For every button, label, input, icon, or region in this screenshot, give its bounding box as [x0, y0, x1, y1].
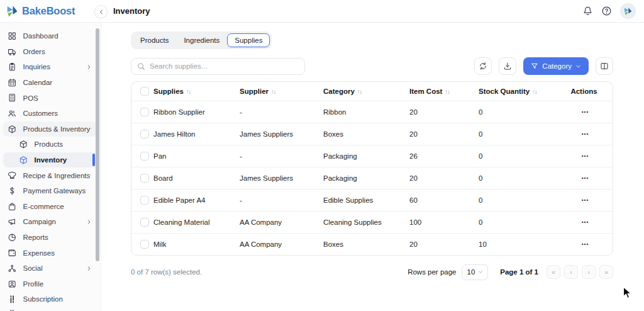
column-header[interactable]: Stock Quantity ↑↓ — [479, 88, 558, 95]
row-actions-button[interactable]: ••• — [582, 110, 589, 115]
table-row[interactable]: Edible Paper A4 - Edible Supplies 60 0 •… — [131, 189, 613, 211]
category-filter-button[interactable]: Category — [523, 57, 589, 75]
sidebar-item-label: Campaign — [23, 218, 56, 225]
pagination-button[interactable]: › — [582, 265, 596, 279]
sidebar-item[interactable]: Expenses — [3, 245, 97, 261]
chevron-icon — [86, 95, 92, 101]
table-row[interactable]: Ribbon Supplier - Ribbon 20 0 ••• — [131, 101, 613, 123]
chevron-icon — [90, 126, 92, 132]
row-actions-button[interactable]: ••• — [582, 154, 589, 159]
sidebar-item-icon — [8, 171, 17, 180]
row-actions-button[interactable]: ••• — [582, 242, 589, 247]
sidebar-item-icon — [8, 186, 17, 196]
search-input[interactable] — [150, 62, 299, 70]
row-checkbox[interactable] — [140, 152, 149, 161]
tab[interactable]: Ingredients — [176, 33, 227, 47]
select-all-checkbox[interactable] — [140, 87, 149, 96]
sidebar-item[interactable]: Products & Inventory — [3, 122, 97, 137]
sidebar-item[interactable]: Campaign — [3, 214, 97, 230]
row-actions-button[interactable]: ••• — [582, 220, 589, 225]
pagination-button[interactable]: ‹ — [564, 265, 578, 279]
pagination-button[interactable]: « — [547, 265, 560, 279]
table-row[interactable]: Cleaning Material AA Company Cleaning Su… — [131, 211, 613, 233]
column-header[interactable]: Actions — [558, 88, 613, 95]
sidebar-item[interactable]: Calendar — [3, 75, 97, 91]
table-row[interactable]: Pan - Packaging 26 0 ••• — [131, 145, 613, 167]
table-header-row: Supplies ↑↓ Supplier ↑↓ Category ↑↓ Item… — [131, 82, 613, 101]
cell-supplier: - — [240, 108, 323, 116]
column-header[interactable]: Supplier ↑↓ — [240, 88, 323, 95]
row-checkbox[interactable] — [140, 174, 149, 183]
app-logo[interactable]: BakeBoost — [0, 5, 101, 18]
row-checkbox[interactable] — [140, 240, 149, 249]
sidebar-item[interactable]: Orders — [3, 44, 97, 60]
column-visibility-button[interactable] — [596, 57, 613, 75]
sidebar-item[interactable]: Subscription — [3, 291, 97, 307]
sidebar-item[interactable]: Reports — [3, 230, 97, 246]
sidebar-item-icon — [8, 93, 17, 103]
sidebar-item[interactable]: Products — [3, 137, 97, 152]
sidebar-scrollbar[interactable] — [96, 28, 99, 261]
row-actions-button[interactable]: ••• — [582, 198, 589, 203]
inventory-tabs: Products Ingredients Supplies — [131, 31, 272, 49]
chevron-down-icon — [478, 269, 483, 274]
sidebar-item[interactable]: Profile — [3, 276, 97, 292]
sidebar-item-icon — [8, 295, 17, 304]
chevron-icon — [86, 250, 92, 256]
sidebar-item[interactable]: E-commerce — [3, 199, 97, 215]
row-checkbox[interactable] — [140, 196, 149, 205]
sort-icon[interactable]: ↑↓ — [271, 88, 275, 95]
sort-icon[interactable]: ↑↓ — [186, 88, 191, 95]
search-box[interactable] — [131, 58, 305, 75]
table-row[interactable]: Board James Suppliers Packaging 20 0 ••• — [131, 167, 613, 189]
cell-stock-quantity: 0 — [479, 218, 558, 226]
column-header-label: Item Cost — [409, 88, 442, 95]
sort-icon[interactable]: ↑↓ — [357, 88, 362, 95]
pagination-button[interactable]: » — [599, 265, 613, 279]
column-header[interactable]: Item Cost ↑↓ — [409, 88, 479, 95]
sidebar-item-label: Products — [35, 140, 63, 148]
row-actions-button[interactable]: ••• — [582, 176, 589, 181]
column-header[interactable]: Supplies ↑↓ — [153, 88, 240, 95]
cell-supplier: James Suppliers — [240, 130, 323, 138]
sidebar-item[interactable]: POS — [3, 90, 97, 106]
sidebar-item-label: Inventory — [35, 156, 67, 164]
sidebar-item[interactable]: Inventory — [3, 152, 97, 168]
user-avatar[interactable] — [620, 3, 636, 19]
tab[interactable]: Supplies — [227, 33, 270, 47]
cell-supplies: Cleaning Material — [153, 218, 240, 226]
rows-per-page-select[interactable]: 10 — [462, 264, 488, 280]
sort-icon[interactable]: ↑↓ — [445, 88, 449, 95]
row-checkbox[interactable] — [140, 130, 149, 139]
sidebar-collapse-button[interactable] — [94, 5, 108, 18]
pagination-buttons: « ‹ › » — [547, 265, 613, 279]
cell-category: Boxes — [323, 130, 409, 138]
sidebar-item-label: Expenses — [23, 249, 55, 257]
selection-summary: 0 of 7 row(s) selected. — [131, 268, 202, 276]
sidebar-item[interactable]: Dashboard — [3, 28, 97, 44]
chevron-icon — [86, 266, 92, 271]
sidebar-item[interactable]: Customers — [3, 106, 97, 122]
sidebar-item[interactable]: Recipe & Ingredients — [3, 167, 97, 183]
row-actions-button[interactable]: ••• — [582, 132, 589, 137]
sidebar-item-label: E-commerce — [23, 203, 64, 210]
table-footer: 0 of 7 row(s) selected. Rows per page 10… — [131, 264, 613, 280]
notifications-bell-icon[interactable] — [582, 6, 593, 16]
tab[interactable]: Products — [133, 33, 176, 47]
refresh-button[interactable] — [474, 57, 492, 75]
sidebar-item[interactable]: Social — [3, 261, 97, 276]
sidebar-item[interactable]: Payment Gateways — [3, 183, 97, 199]
export-download-button[interactable] — [499, 57, 516, 75]
help-icon[interactable] — [601, 6, 612, 16]
main-content: Products Ingredients Supplies Category — [101, 23, 644, 311]
sidebar-item-icon — [8, 264, 17, 273]
column-header[interactable]: Category ↑↓ — [323, 88, 409, 95]
sidebar-item[interactable]: Inquiries — [3, 59, 97, 75]
chevron-icon — [86, 33, 92, 39]
row-checkbox[interactable] — [140, 108, 149, 116]
table-row[interactable]: Milk AA Company Boxes 20 10 ••• — [131, 233, 613, 255]
cell-supplies: Edible Paper A4 — [153, 196, 240, 204]
row-checkbox[interactable] — [140, 218, 149, 227]
sort-icon[interactable]: ↑↓ — [532, 88, 536, 95]
table-row[interactable]: James Hilton James Suppliers Boxes 20 0 … — [131, 123, 613, 145]
